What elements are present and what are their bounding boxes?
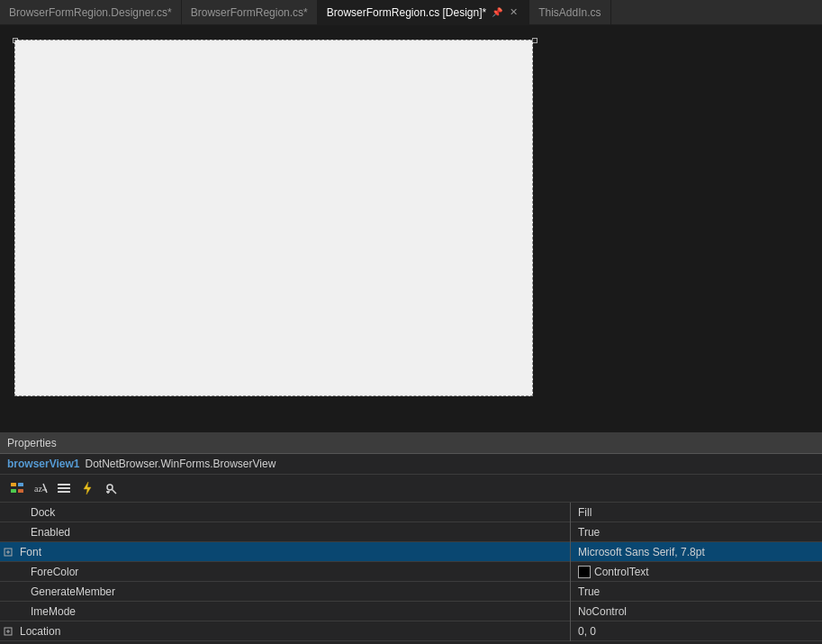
prop-name-font: Font (16, 546, 570, 558)
object-info: browserView1 DotNetBrowser.WinForms.Brow… (0, 454, 822, 475)
tab-design-label: BrowserFormRegion.cs [Design]* (327, 6, 486, 19)
prop-row-location[interactable]: Location 0, 0 (0, 621, 822, 641)
events-icon[interactable] (77, 478, 97, 498)
svg-point-11 (107, 485, 113, 490)
svg-text:az: az (34, 484, 42, 494)
prop-name-imemode: ImeMode (16, 605, 570, 618)
prop-value-font: Microsoft Sans Serif, 7.8pt (571, 546, 822, 558)
prop-value-enabled: True (571, 526, 822, 539)
tab-browserform-cs-label: BrowserFormRegion.cs* (191, 6, 308, 19)
tab-designer-cs-label: BrowserFormRegion.Designer.cs* (9, 6, 172, 19)
design-area (0, 25, 822, 432)
prop-value-imemode: NoControl (571, 605, 822, 618)
svg-line-5 (43, 484, 47, 493)
prop-name-location: Location (16, 625, 570, 638)
prop-expand-imemode (0, 602, 16, 621)
forecolor-text: ControlText (594, 566, 649, 578)
tab-browserform-cs[interactable]: BrowserFormRegion.cs* (182, 0, 318, 24)
tab-bar: BrowserFormRegion.Designer.cs* BrowserFo… (0, 0, 822, 25)
tab-pin-icon[interactable]: 📌 (492, 7, 502, 17)
prop-value-dock: Fill (571, 506, 822, 519)
properties-view-icon[interactable] (54, 478, 74, 498)
forecolor-swatch (578, 566, 591, 578)
prop-row-forecolor[interactable]: ForeColor ControlText (0, 562, 822, 582)
svg-rect-8 (58, 487, 70, 489)
prop-row-generatemember[interactable]: GenerateMember True (0, 582, 822, 602)
alphabetical-icon[interactable]: az (31, 478, 50, 498)
tab-close-button[interactable]: ✕ (508, 5, 519, 19)
svg-marker-10 (84, 482, 91, 494)
object-type: DotNetBrowser.WinForms.BrowserView (85, 458, 276, 470)
properties-title: Properties (7, 437, 57, 449)
svg-rect-7 (58, 484, 70, 485)
prop-value-location: 0, 0 (571, 625, 822, 638)
search-properties-icon[interactable] (101, 478, 121, 498)
prop-row-font[interactable]: Font Microsoft Sans Serif, 7.8pt (0, 542, 822, 562)
prop-expand-location[interactable] (0, 621, 16, 641)
properties-panel: Properties browserView1 DotNetBrowser.Wi… (0, 432, 822, 644)
properties-toolbar: az (0, 475, 822, 503)
tab-designer-cs[interactable]: BrowserFormRegion.Designer.cs* (0, 0, 182, 24)
prop-expand-generatemember (0, 582, 16, 602)
svg-rect-1 (18, 483, 23, 486)
prop-row-enabled[interactable]: Enabled True (0, 522, 822, 542)
form-canvas[interactable] (14, 40, 533, 396)
prop-row-dock[interactable]: Dock Fill (0, 503, 822, 522)
prop-expand-enabled (0, 522, 16, 542)
prop-row-imemode[interactable]: ImeMode NoControl (0, 602, 822, 621)
svg-rect-0 (11, 483, 16, 486)
svg-rect-3 (18, 489, 23, 493)
prop-value-forecolor: ControlText (571, 566, 649, 578)
categorized-icon[interactable] (7, 478, 27, 498)
tab-design[interactable]: BrowserFormRegion.cs [Design]* 📌 ✕ (318, 0, 529, 24)
prop-expand-forecolor (0, 562, 16, 582)
prop-name-enabled: Enabled (16, 526, 570, 539)
prop-name-dock: Dock (16, 506, 570, 519)
prop-value-generatemember: True (571, 585, 822, 598)
properties-grid: Dock Fill Enabled True Font Microsoft Sa… (0, 503, 822, 644)
svg-rect-9 (58, 491, 70, 493)
prop-name-generatemember: GenerateMember (16, 585, 570, 598)
tab-addin[interactable]: ThisAddIn.cs (529, 0, 610, 24)
prop-name-forecolor: ForeColor (16, 566, 570, 578)
properties-header: Properties (0, 432, 822, 454)
prop-expand-dock (0, 503, 16, 522)
prop-expand-font[interactable] (0, 542, 16, 562)
svg-rect-2 (11, 489, 16, 493)
tab-addin-label: ThisAddIn.cs (538, 6, 601, 19)
object-name: browserView1 (7, 458, 79, 470)
svg-line-12 (113, 490, 117, 494)
